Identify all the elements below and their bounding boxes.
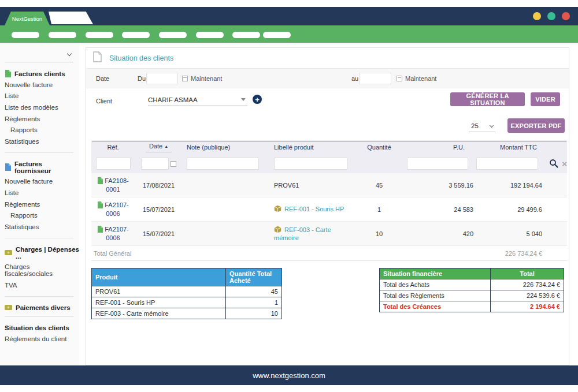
invoice-row[interactable]: FA2108-0001 17/08/2021 PROV61 45 3 559.1… — [91, 173, 567, 197]
calendar-icon[interactable] — [171, 161, 176, 167]
column-header-date-label: Date — [149, 143, 162, 150]
invoice-ref-link[interactable]: FA2107-0006 — [95, 201, 132, 218]
column-header-pu[interactable]: P.U. — [407, 144, 475, 151]
column-header-ttc[interactable]: Montant TTC — [475, 144, 547, 151]
total-general-value: 226 734.24 € — [475, 250, 547, 257]
column-header-date[interactable]: Date ▲ — [135, 143, 183, 152]
divider — [5, 238, 73, 238]
sidebar-item-rapports[interactable]: Rapports — [5, 210, 79, 221]
column-header-note[interactable]: Note (publique) — [183, 144, 266, 151]
product-qty: 1 — [226, 297, 282, 308]
client-select[interactable]: CHARIF ASMAA — [148, 94, 247, 106]
sidebar-item-nouvelle-facture[interactable]: Nouvelle facture — [5, 79, 79, 91]
sidebar-section-label: Paiements divers — [16, 304, 71, 311]
page-size-select[interactable]: 25 — [469, 120, 495, 132]
nav-menu-placeholder[interactable] — [86, 32, 113, 38]
sidebar-section-situation-des-clients[interactable]: Situation des clients — [5, 324, 79, 331]
sidebar-item-liste[interactable]: Liste — [5, 91, 79, 102]
product-link[interactable]: REF-003 - Carte mémoire — [274, 226, 331, 241]
sidebar-section-paiements-divers[interactable]: Paiements divers — [5, 304, 79, 311]
product-label: PROV61 — [274, 182, 299, 189]
sort-asc-icon: ▲ — [164, 144, 168, 148]
now-link[interactable]: Maintenant — [191, 75, 222, 82]
filter-ref-input[interactable] — [96, 158, 131, 170]
window-controls — [533, 12, 570, 20]
invoice-row[interactable]: FA2107-0006 15/07/2021 REF-003 - Carte m… — [91, 222, 567, 246]
sidebar-item-statistiques[interactable]: Statistiques — [5, 221, 79, 233]
product-summary-table: Produit Quantité Total Acheté PROV61 45 … — [91, 268, 282, 319]
filter-ttc-input[interactable] — [476, 158, 538, 170]
window-minimize-button[interactable] — [533, 12, 541, 20]
sidebar-item-liste[interactable]: Liste — [5, 187, 79, 199]
nav-menu-placeholder[interactable] — [263, 32, 291, 38]
nav-menu-placeholder[interactable] — [49, 32, 76, 38]
invoice-date: 15/07/2021 — [135, 230, 183, 237]
product-link[interactable]: REF-001 - Souris HP — [284, 206, 344, 212]
invoice-ref-link[interactable]: FA2107-0006 — [95, 225, 132, 242]
now-link[interactable]: Maintenant — [405, 75, 436, 82]
page-size-value: 25 — [471, 122, 479, 129]
sidebar-item-nouvelle-facture[interactable]: Nouvelle facture — [5, 176, 79, 188]
brand-tab[interactable]: NextGestion — [5, 12, 50, 25]
sidebar-item-reglements-du-client[interactable]: Réglements du client — [5, 333, 79, 345]
invoice-qty: 10 — [351, 230, 407, 237]
invoice-blue-icon — [5, 163, 11, 171]
sidebar-section-label: Charges | Dépenses ... — [16, 246, 79, 260]
sidebar-section-factures-fournisseur[interactable]: Factures fournisseur — [5, 160, 79, 174]
sidebar-section-factures-clients[interactable]: Factures clients — [5, 70, 79, 77]
search-icon[interactable] — [549, 159, 558, 169]
nav-menu-placeholder[interactable] — [12, 32, 39, 38]
filter-pu-input[interactable] — [407, 158, 468, 170]
sidebar-item-reglements[interactable]: Règlements — [5, 113, 79, 125]
client-label: Client — [96, 98, 112, 104]
clear-button[interactable]: VIDER — [531, 92, 560, 106]
sidebar-item-tva[interactable]: TVA — [5, 279, 79, 291]
sidebar-section-charges-depenses[interactable]: Charges | Dépenses ... — [5, 246, 79, 260]
invoice-ttc: 192 194.64 — [475, 182, 547, 189]
calendar-icon[interactable] — [397, 76, 402, 81]
calendar-icon[interactable] — [182, 76, 188, 81]
export-pdf-button[interactable]: EXPORTER PDF — [507, 118, 565, 133]
nav-menu-placeholder[interactable] — [122, 32, 150, 38]
date-to-input[interactable] — [359, 73, 391, 84]
divider — [5, 152, 73, 153]
invoice-ref: FA2108-0001 — [105, 177, 129, 193]
date-filter-row: Date Du Maintenant au Maintenant — [86, 69, 569, 88]
financial-summary-table: Situation financière Total Total des Ach… — [379, 268, 564, 312]
table-row: Total des Règlements 224 539.6 € — [380, 290, 564, 301]
content-card: Situation des clients Date Du Maintenant… — [86, 47, 569, 365]
invoice-ref-link[interactable]: FA2108-0001 — [95, 177, 132, 194]
filter-note-input[interactable] — [187, 158, 259, 170]
date-from-label: Du — [138, 75, 146, 82]
filter-date-input[interactable] — [141, 158, 169, 170]
nav-menu-placeholder[interactable] — [196, 32, 224, 38]
column-header-product[interactable]: Libellé produit — [266, 144, 351, 151]
table-row: REF-003 - Carte mémoire 10 — [92, 308, 282, 319]
main-navbar — [0, 25, 578, 43]
invoice-row[interactable]: FA2107-0006 15/07/2021 REF-001 - Souris … — [91, 197, 567, 222]
secondary-tab[interactable] — [49, 12, 93, 24]
sidebar-item-charges-fiscales-sociales[interactable]: Charges fiscales/sociales — [5, 262, 79, 280]
table-filter-row: × — [91, 154, 567, 173]
sidebar-item-rapports[interactable]: Rapports — [5, 124, 79, 136]
date-from-input[interactable] — [146, 73, 178, 84]
window-close-button[interactable] — [562, 12, 570, 20]
window-maximize-button[interactable] — [547, 12, 555, 20]
column-header-ref[interactable]: Réf. — [91, 144, 135, 151]
sidebar-item-reglements[interactable]: Règlements — [5, 199, 79, 210]
nav-menu-placeholder[interactable] — [232, 32, 260, 38]
money-icon — [5, 250, 12, 255]
sidebar-item-liste-des-modeles[interactable]: Liste des modèles — [5, 102, 79, 113]
sidebar-dropdown[interactable] — [5, 50, 73, 62]
divider — [5, 316, 73, 317]
sidebar-item-statistiques[interactable]: Statistiques — [5, 136, 79, 147]
nav-menu-placeholder[interactable] — [159, 32, 187, 38]
financial-value: 224 539.6 € — [491, 290, 564, 301]
filter-product-input[interactable] — [274, 158, 347, 170]
clear-filter-icon[interactable]: × — [562, 159, 567, 168]
column-header-qty[interactable]: Quantité — [351, 144, 407, 151]
invoice-green-icon — [5, 70, 11, 77]
brand-logo-text: NextGestion — [12, 16, 42, 22]
generate-situation-button[interactable]: GÉNÉRER LA SITUATION — [450, 92, 525, 106]
add-client-button[interactable]: + — [253, 95, 262, 104]
